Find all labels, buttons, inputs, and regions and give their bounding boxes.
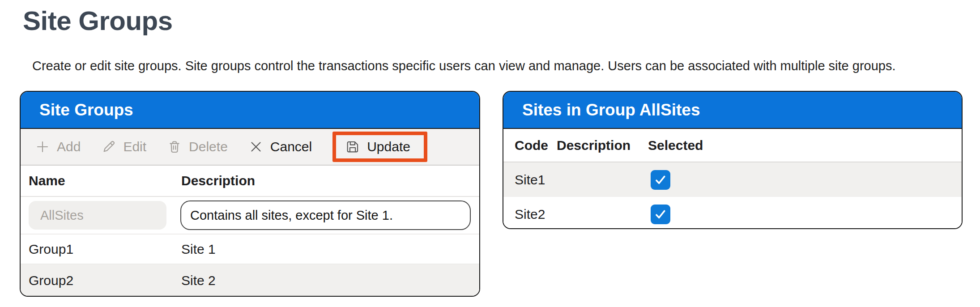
name-column-header: Name [21,173,181,188]
sites-in-group-panel: Sites in Group AllSites Code Description… [503,91,963,229]
code-column-header: Code [503,138,557,153]
trash-icon [167,139,182,154]
site-groups-panel-title: Site Groups [39,101,133,119]
description-column-header: Description [557,138,648,153]
checkmark-icon [653,173,668,187]
group-description-cell: Site 1 [181,242,479,257]
checkmark-icon [653,207,668,222]
table-row-group1[interactable]: Group1 Site 1 [21,235,479,264]
name-input[interactable] [29,201,166,230]
description-input[interactable] [180,200,471,230]
delete-button-label: Delete [189,139,228,154]
cancel-button[interactable]: Cancel [248,139,312,154]
table-row-site1[interactable]: Site1 [503,162,962,197]
sites-in-group-panel-header: Sites in Group AllSites [503,92,962,129]
selected-checkbox[interactable] [651,205,670,224]
plus-icon [35,139,50,154]
site-code-cell: Site1 [503,172,557,188]
save-icon [345,139,360,154]
sites-in-group-panel-title: Sites in Group AllSites [522,101,700,119]
edit-button-label: Edit [123,139,146,154]
table-row-site2[interactable]: Site2 [503,197,962,229]
delete-button[interactable]: Delete [167,139,228,154]
add-button[interactable]: Add [35,139,81,154]
site-groups-table-header: Name Description [21,166,479,197]
group-description-cell: Site 2 [181,273,479,288]
group-name-cell: Group2 [21,273,181,288]
pencil-icon [101,139,116,154]
selected-column-header: Selected [648,138,962,153]
description-column-header: Description [181,173,479,188]
table-row-group2[interactable]: Group2 Site 2 [21,264,479,297]
cancel-button-label: Cancel [270,139,312,154]
edit-row-allsites [21,197,479,235]
update-highlight-box: Update [332,132,427,162]
x-icon [248,139,264,154]
site-code-cell: Site2 [503,207,557,222]
site-groups-panel: Site Groups Add Edit Delete Cancel [20,91,480,297]
edit-button[interactable]: Edit [101,139,146,154]
sites-table-header: Code Description Selected [503,129,962,162]
site-groups-toolbar: Add Edit Delete Cancel Up [21,129,479,166]
page-title: Site Groups [23,5,173,36]
selected-checkbox[interactable] [651,170,670,190]
update-button-label: Update [367,139,410,154]
group-name-cell: Group1 [21,242,181,257]
add-button-label: Add [57,139,81,154]
update-button[interactable]: Update [345,139,410,154]
site-groups-panel-header: Site Groups [21,92,479,129]
page-description: Create or edit site groups. Site groups … [32,59,895,73]
